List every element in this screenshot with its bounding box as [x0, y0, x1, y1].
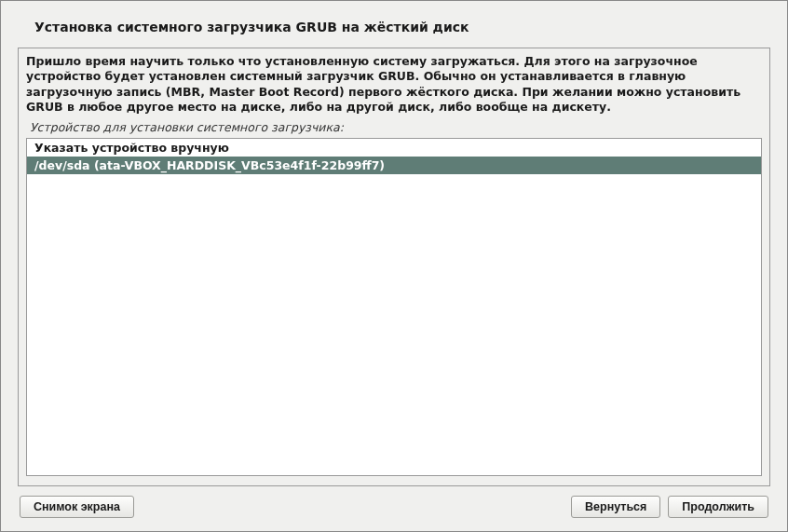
screenshot-button[interactable]: Снимок экрана: [20, 496, 134, 518]
content-panel: Пришло время научить только что установл…: [18, 48, 770, 486]
continue-button[interactable]: Продолжить: [668, 496, 768, 518]
list-item-manual[interactable]: Указать устройство вручную: [27, 139, 761, 157]
page-title: Установка системного загрузчика GRUB на …: [18, 20, 770, 34]
right-button-group: Вернуться Продолжить: [571, 496, 768, 518]
back-button[interactable]: Вернуться: [571, 496, 660, 518]
button-bar: Снимок экрана Вернуться Продолжить: [18, 496, 770, 518]
device-list[interactable]: Указать устройство вручную /dev/sda (ata…: [26, 138, 762, 476]
installer-window: Установка системного загрузчика GRUB на …: [0, 0, 788, 532]
description-text: Пришло время научить только что установл…: [26, 54, 762, 115]
left-button-group: Снимок экрана: [20, 496, 134, 518]
device-prompt-label: Устройство для установки системного загр…: [26, 120, 762, 134]
list-item-dev-sda[interactable]: /dev/sda (ata-VBOX_HARDDISK_VBc53e4f1f-2…: [27, 157, 761, 174]
